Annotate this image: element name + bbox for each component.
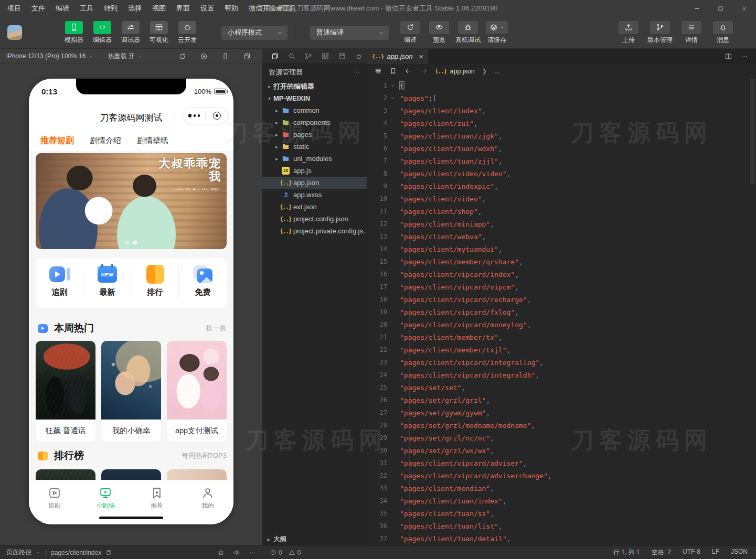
device-icon[interactable]: [221, 52, 229, 60]
device-selector[interactable]: iPhone 12/13 (Pro) 100% 16: [6, 52, 94, 60]
tree-item-static[interactable]: ▸static: [262, 141, 367, 153]
eye-icon[interactable]: [233, 549, 240, 556]
code-text: "pages/client/tuan/detail",: [398, 532, 756, 545]
editor-scrollbar[interactable]: [750, 79, 755, 184]
copy-icon[interactable]: [105, 549, 112, 556]
menu-item[interactable]: 视图: [147, 0, 171, 17]
tree-item-ext.json[interactable]: {..}ext.json: [262, 201, 367, 213]
tab-appjson[interactable]: {..} app.json ×: [367, 49, 428, 64]
fold-icon[interactable]: [387, 95, 398, 101]
maximize-icon[interactable]: [709, 0, 732, 17]
quick-entry-排行[interactable]: 排行: [131, 263, 179, 304]
phone-tab-剧情介绍[interactable]: 剧情介绍: [90, 136, 121, 146]
rotate-icon[interactable]: [178, 52, 186, 60]
breadcrumb-more[interactable]: ...: [494, 68, 499, 75]
kettle-icon[interactable]: [355, 52, 363, 60]
menu-item[interactable]: 帮助: [219, 0, 243, 17]
tree-item-app.js[interactable]: JSapp.js: [262, 165, 367, 177]
menu-item[interactable]: 选择: [123, 0, 147, 17]
fold-icon[interactable]: [387, 83, 398, 89]
action-版本管理[interactable]: 版本管理: [647, 21, 673, 45]
menu-item[interactable]: 转到: [99, 0, 123, 17]
action-详情[interactable]: 详情: [678, 21, 705, 45]
banner-carousel[interactable]: 大叔乖乖宠我 LOVE ME ALL THE WAY: [36, 153, 227, 249]
toolbar-button-可视化[interactable]: 可视化: [147, 21, 171, 45]
tree-item-MP-WEIXIN[interactable]: ▾MP-WEIXIN: [262, 92, 367, 104]
status-item[interactable]: LF: [712, 548, 719, 557]
tree-item-app.json[interactable]: {..}app.json: [262, 177, 367, 189]
arrow-right-icon[interactable]: [420, 67, 428, 75]
search-icon[interactable]: [288, 52, 296, 60]
action-真机调试[interactable]: 真机调试: [455, 21, 481, 45]
menu-item[interactable]: 微信开发者工具: [243, 0, 302, 17]
tree-item-project.private.config.js...[interactable]: {..}project.private.config.js...: [262, 225, 367, 237]
page-path-label[interactable]: 页面路径: [6, 548, 31, 557]
menu-item[interactable]: 设置: [195, 0, 219, 17]
menu-item[interactable]: 文件: [26, 0, 50, 17]
outline-section[interactable]: ▸ 大纲: [262, 533, 367, 545]
action-预览[interactable]: 预览: [426, 21, 452, 45]
tree-item-打开的编辑器[interactable]: ▸打开的编辑器: [262, 80, 367, 92]
tabbar-item-我的[interactable]: 我的: [183, 486, 234, 524]
toolbar-button-云开发[interactable]: 云开发: [175, 21, 199, 45]
avatar[interactable]: [7, 25, 22, 40]
drama-card[interactable]: 狂飙 普通话: [36, 341, 95, 442]
phone-tab-剧情壁纸[interactable]: 剧情壁纸: [137, 136, 168, 146]
extensions-icon[interactable]: [321, 52, 329, 60]
menu-item[interactable]: 项目: [2, 0, 26, 17]
action-消息[interactable]: 消息: [710, 21, 736, 45]
quick-entry-最新[interactable]: NEW最新: [83, 263, 131, 304]
bookmark-icon[interactable]: [389, 67, 397, 75]
toolbar-button-调试器[interactable]: 调试器: [119, 21, 143, 45]
more-icon[interactable]: [249, 549, 256, 556]
arrow-left-icon[interactable]: [404, 67, 412, 75]
toolbar-button-模拟器[interactable]: 模拟器: [62, 21, 86, 45]
split-editor-icon[interactable]: [725, 52, 732, 60]
drama-card[interactable]: app支付测试: [167, 341, 227, 442]
status-item[interactable]: 空格: 2: [652, 548, 671, 557]
breadcrumb-file[interactable]: {..} app.json: [435, 68, 475, 75]
menu-item[interactable]: 界面: [171, 0, 195, 17]
more-icon[interactable]: [183, 114, 205, 117]
tabbar-item-追剧[interactable]: 追剧: [29, 486, 80, 524]
action-上传[interactable]: 上传: [615, 21, 642, 45]
hot-reload-toggle[interactable]: 热重载 开: [108, 52, 143, 61]
status-item[interactable]: JSON: [731, 548, 748, 557]
action-清缓存[interactable]: 清缓存: [484, 21, 510, 45]
quick-entry-追剧[interactable]: 追剧: [36, 263, 83, 304]
tree-item-uni_modules[interactable]: ▸uni_modules: [262, 153, 367, 165]
more-icon[interactable]: [740, 52, 748, 60]
action-编译[interactable]: 编译: [397, 21, 423, 45]
save-icon[interactable]: [338, 52, 346, 60]
close-icon[interactable]: ×: [419, 52, 423, 60]
outline-icon[interactable]: [374, 67, 382, 75]
close-icon[interactable]: [732, 0, 756, 17]
record-icon[interactable]: [200, 52, 208, 60]
git-branch-icon[interactable]: [304, 52, 313, 60]
toolbar-button-编辑器[interactable]: 编辑器: [90, 21, 114, 45]
files-icon[interactable]: [271, 52, 279, 60]
status-item[interactable]: 行 1, 列 1: [613, 548, 640, 557]
more-icon[interactable]: [353, 68, 360, 76]
drama-card[interactable]: 我的小确幸: [101, 341, 161, 442]
compile-select[interactable]: 普通编译: [310, 26, 389, 40]
bug-icon[interactable]: [217, 549, 225, 556]
mode-select[interactable]: 小程序模式: [221, 26, 288, 40]
phone-tab-推荐短剧[interactable]: 推荐短剧: [40, 135, 74, 146]
quick-entry-label: 最新: [100, 287, 115, 297]
tree-item-components[interactable]: ▸components: [262, 116, 367, 128]
tree-item-common[interactable]: ▸common: [262, 104, 367, 116]
tree-item-project.config.json[interactable]: {..}project.config.json: [262, 213, 367, 225]
tree-item-app.wxss[interactable]: 3app.wxss: [262, 189, 367, 201]
menu-item[interactable]: 编辑: [50, 0, 74, 17]
code-editor[interactable]: 1{2 "pages": [3 "pages/client/index",4 "…: [367, 78, 756, 545]
windows-icon[interactable]: [243, 52, 251, 60]
tree-item-pages[interactable]: ▸pages: [262, 128, 367, 141]
quick-entry-免费[interactable]: 免费: [179, 263, 227, 304]
problems-indicator[interactable]: 0 0: [262, 549, 367, 556]
minimize-icon[interactable]: [685, 0, 709, 17]
status-item[interactable]: UTF-8: [683, 548, 700, 557]
close-capsule-icon[interactable]: [206, 112, 228, 120]
menu-item[interactable]: 工具: [74, 0, 99, 17]
shuffle-link[interactable]: 换一换: [206, 324, 227, 333]
